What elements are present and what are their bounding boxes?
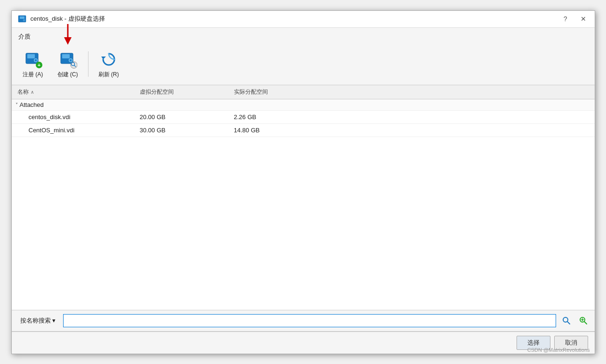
create-button-container: 创建 (C)	[51, 47, 84, 82]
row2-extra	[326, 128, 591, 132]
refresh-icon	[99, 50, 118, 69]
group-attached[interactable]: ˅ Attached	[12, 99, 595, 111]
register-icon: +	[24, 50, 42, 69]
chevron-attached: ˅	[16, 102, 18, 107]
row1-extra	[326, 115, 591, 119]
svg-text:+: +	[37, 62, 40, 68]
disk-list: 名称 ∧ 虚拟分配空间 实际分配空间 ˅ Attached centos_dis…	[12, 85, 595, 310]
svg-point-15	[70, 59, 72, 61]
search-dropdown-icon: ▾	[52, 317, 56, 324]
footer: 选择 取消	[12, 332, 595, 354]
toolbar-separator	[88, 51, 89, 77]
search-clear-button[interactable]	[577, 314, 590, 327]
search-clear-icon	[579, 316, 588, 325]
svg-rect-5	[27, 54, 35, 58]
row1-name: centos_disk.vdi	[16, 112, 138, 122]
toolbar: + 注册 (A)	[12, 44, 595, 85]
title-bar: centos_disk - 虚拟硬盘选择 ? ✕	[12, 11, 595, 28]
refresh-label: 刷新 (R)	[98, 71, 119, 79]
cancel-button[interactable]: 取消	[554, 336, 588, 350]
svg-point-7	[35, 59, 37, 61]
col-actual-header: 实际分配空间	[232, 87, 326, 97]
select-button[interactable]: 选择	[517, 336, 550, 350]
register-label: 注册 (A)	[23, 71, 43, 79]
create-icon	[58, 50, 77, 69]
search-execute-button[interactable]	[560, 314, 573, 327]
row2-name: CentOS_mini.vdi	[16, 125, 138, 136]
svg-line-22	[584, 322, 587, 324]
close-button[interactable]: ✕	[578, 14, 589, 24]
search-input[interactable]	[63, 314, 556, 327]
window-title: centos_disk - 虚拟硬盘选择	[31, 15, 105, 23]
svg-line-20	[567, 322, 570, 324]
search-label-button[interactable]: 按名称搜索 ▾	[16, 315, 59, 327]
list-header: 名称 ∧ 虚拟分配空间 实际分配空间	[12, 85, 595, 99]
svg-point-3	[24, 20, 24, 21]
search-label-text: 按名称搜索	[20, 316, 51, 325]
group-attached-label: Attached	[20, 101, 44, 108]
search-execute-icon	[562, 316, 571, 325]
row1-virtual: 20.00 GB	[138, 112, 232, 122]
row2-virtual: 30.00 GB	[138, 125, 232, 136]
col-extra-header	[326, 87, 591, 97]
register-button[interactable]: + 注册 (A)	[16, 47, 49, 82]
row2-actual: 14.80 GB	[232, 125, 326, 136]
annotation-arrow	[62, 24, 73, 46]
refresh-button[interactable]: 刷新 (R)	[92, 47, 125, 82]
title-bar-left: centos_disk - 虚拟硬盘选择	[17, 14, 105, 24]
svg-marker-11	[64, 37, 72, 45]
sort-arrow-name: ∧	[31, 89, 34, 95]
col-virtual-header: 虚拟分配空间	[138, 87, 232, 97]
table-row[interactable]: CentOS_mini.vdi 30.00 GB 14.80 GB	[12, 124, 595, 137]
col-name-header: 名称 ∧	[16, 87, 138, 97]
create-label: 创建 (C)	[57, 71, 78, 79]
svg-rect-13	[62, 54, 70, 58]
create-button[interactable]: 创建 (C)	[51, 47, 84, 82]
table-row[interactable]: centos_disk.vdi 20.00 GB 2.26 GB	[12, 111, 595, 124]
help-button[interactable]: ?	[561, 14, 570, 24]
svg-rect-1	[20, 16, 24, 19]
section-media-label: 介质	[12, 28, 595, 44]
disk-icon	[17, 14, 27, 24]
search-bar: 按名称搜索 ▾	[12, 310, 595, 332]
dialog-window: centos_disk - 虚拟硬盘选择 ? ✕ 介质 + 注册 (A)	[11, 10, 595, 354]
row1-actual: 2.26 GB	[232, 112, 326, 122]
title-bar-controls: ? ✕	[561, 14, 589, 24]
